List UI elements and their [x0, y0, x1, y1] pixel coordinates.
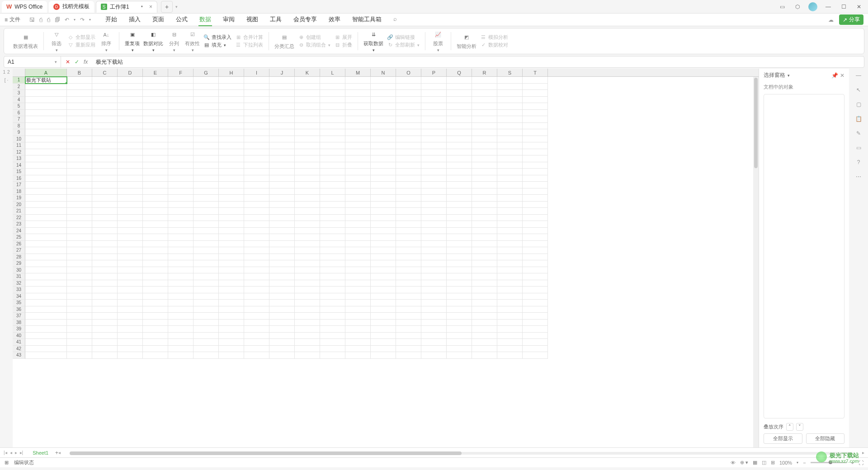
cell-Q11[interactable] [447, 142, 472, 149]
cell-N31[interactable] [371, 273, 396, 280]
cell-K2[interactable] [295, 84, 320, 90]
cell-R37[interactable] [472, 313, 497, 320]
column-header-P[interactable]: P [421, 69, 447, 76]
cell-G37[interactable] [193, 313, 219, 320]
save-icon[interactable]: 🖫 [29, 17, 35, 23]
cell-N24[interactable] [371, 228, 396, 235]
cell-I25[interactable] [244, 234, 269, 241]
cell-E38[interactable] [143, 320, 168, 326]
cell-P42[interactable] [421, 346, 447, 352]
cell-D16[interactable] [118, 175, 143, 182]
move-up-button[interactable]: ˄ [786, 423, 793, 431]
cell-C26[interactable] [92, 241, 118, 248]
cell-F17[interactable] [168, 182, 193, 188]
cell-B18[interactable] [67, 188, 92, 195]
cell-R14[interactable] [472, 162, 497, 169]
row-header-18[interactable]: 18 [13, 188, 25, 195]
cell-C14[interactable] [92, 162, 118, 169]
cell-L34[interactable] [320, 293, 345, 300]
collapse-button[interactable]: ⊟折叠 [334, 42, 352, 48]
cell-E28[interactable] [143, 254, 168, 261]
refresh-all-button[interactable]: ↻全部刷新▾ [387, 42, 420, 48]
cell-L33[interactable] [320, 287, 345, 293]
cell-A6[interactable] [25, 110, 67, 117]
cell-R42[interactable] [472, 346, 497, 352]
cell-K3[interactable] [295, 90, 320, 97]
cell-F31[interactable] [168, 273, 193, 280]
cell-N27[interactable] [371, 247, 396, 254]
cell-F33[interactable] [168, 287, 193, 293]
cell-T2[interactable] [523, 84, 548, 90]
cell-A1[interactable]: 极光下载站 [25, 77, 67, 84]
cell-J4[interactable] [269, 97, 295, 103]
cell-M3[interactable] [345, 90, 371, 97]
cell-N6[interactable] [371, 110, 396, 117]
cell-B9[interactable] [67, 129, 92, 136]
cell-H42[interactable] [219, 346, 244, 352]
cell-J37[interactable] [269, 313, 295, 320]
row-header-30[interactable]: 30 [13, 267, 25, 274]
cell-D33[interactable] [118, 287, 143, 293]
cell-G27[interactable] [193, 247, 219, 254]
cell-P18[interactable] [421, 188, 447, 195]
cell-O2[interactable] [396, 84, 421, 90]
cell-G7[interactable] [193, 116, 219, 123]
cell-P6[interactable] [421, 110, 447, 117]
cell-Q21[interactable] [447, 208, 472, 215]
cell-K34[interactable] [295, 293, 320, 300]
cell-A4[interactable] [25, 97, 67, 103]
cell-D40[interactable] [118, 333, 143, 339]
cell-P10[interactable] [421, 136, 447, 143]
cell-M6[interactable] [345, 110, 371, 117]
column-header-J[interactable]: J [269, 69, 295, 76]
cell-D12[interactable] [118, 149, 143, 156]
compare-button[interactable]: ◧数据对比▾ [143, 30, 163, 52]
cell-G17[interactable] [193, 182, 219, 188]
cell-D15[interactable] [118, 169, 143, 175]
cell-K28[interactable] [295, 254, 320, 261]
cell-L24[interactable] [320, 228, 345, 235]
cell-S14[interactable] [497, 162, 523, 169]
cell-L13[interactable] [320, 155, 345, 162]
cell-P25[interactable] [421, 234, 447, 241]
cell-A25[interactable] [25, 234, 67, 241]
cell-M42[interactable] [345, 346, 371, 352]
cell-G20[interactable] [193, 202, 219, 208]
cell-O4[interactable] [396, 97, 421, 103]
cell-R20[interactable] [472, 202, 497, 208]
cell-M13[interactable] [345, 155, 371, 162]
cell-O20[interactable] [396, 202, 421, 208]
cell-P9[interactable] [421, 129, 447, 136]
cell-S40[interactable] [497, 333, 523, 339]
cell-L18[interactable] [320, 188, 345, 195]
cell-O43[interactable] [396, 352, 421, 359]
cell-F13[interactable] [168, 155, 193, 162]
cell-I32[interactable] [244, 280, 269, 287]
cell-T35[interactable] [523, 300, 548, 306]
cell-P38[interactable] [421, 320, 447, 326]
cell-Q4[interactable] [447, 97, 472, 103]
cancel-icon[interactable]: ✕ [66, 59, 70, 65]
cell-E19[interactable] [143, 195, 168, 202]
cell-G5[interactable] [193, 103, 219, 110]
cell-D19[interactable] [118, 195, 143, 202]
cell-A2[interactable] [25, 84, 67, 90]
cell-F23[interactable] [168, 221, 193, 228]
cell-T40[interactable] [523, 333, 548, 339]
cell-E43[interactable] [143, 352, 168, 359]
split-button[interactable]: ⊟分列▾ [167, 30, 181, 52]
cell-M12[interactable] [345, 149, 371, 156]
cell-F20[interactable] [168, 202, 193, 208]
cell-L32[interactable] [320, 280, 345, 287]
cell-K30[interactable] [295, 267, 320, 274]
cell-G15[interactable] [193, 169, 219, 175]
cell-H24[interactable] [219, 228, 244, 235]
cell-L2[interactable] [320, 84, 345, 90]
cell-N28[interactable] [371, 254, 396, 261]
cell-L41[interactable] [320, 339, 345, 346]
cell-T31[interactable] [523, 273, 548, 280]
column-header-O[interactable]: O [396, 69, 421, 76]
cell-B41[interactable] [67, 339, 92, 346]
cell-T41[interactable] [523, 339, 548, 346]
cell-N19[interactable] [371, 195, 396, 202]
